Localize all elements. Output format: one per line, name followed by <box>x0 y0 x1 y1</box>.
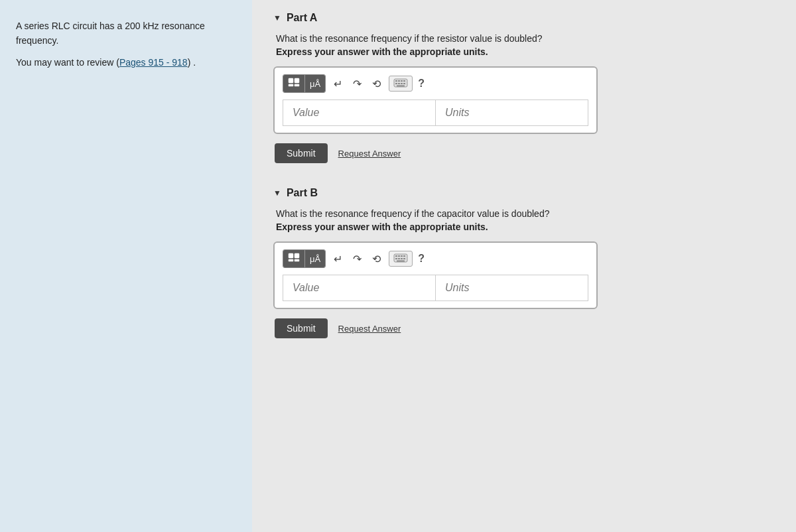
svg-rect-26 <box>403 258 405 259</box>
part-b-title: Part B <box>287 187 318 199</box>
review-link[interactable]: Pages 915 - 918 <box>119 57 188 68</box>
part-a-answer-box: μÅ ↵ ↷ ⟲ <box>273 66 598 134</box>
svg-rect-9 <box>395 83 397 84</box>
part-a-toolbar: μÅ ↵ ↷ ⟲ <box>283 74 588 93</box>
svg-rect-22 <box>403 255 405 257</box>
svg-rect-2 <box>289 84 293 86</box>
part-b-request-answer-link[interactable]: Request Answer <box>338 324 401 334</box>
part-a-question2: Express your answer with the appropriate… <box>276 46 775 57</box>
part-a-redo-btn[interactable]: ↷ <box>350 76 364 92</box>
right-panel: ▼ Part A What is the resonance frequency… <box>252 0 796 532</box>
keyboard-icon <box>393 78 408 88</box>
left-panel: A series RLC circuit has a 200 kHz reson… <box>0 0 252 532</box>
svg-rect-5 <box>395 80 397 82</box>
svg-rect-17 <box>295 259 299 261</box>
svg-rect-8 <box>403 80 405 82</box>
part-b-submit-row: Submit Request Answer <box>275 318 775 338</box>
svg-rect-20 <box>398 255 400 257</box>
svg-rect-15 <box>295 253 299 258</box>
part-a-title: Part A <box>287 12 318 24</box>
svg-rect-13 <box>397 86 405 87</box>
part-b-units-input[interactable] <box>436 275 588 301</box>
part-a-collapse-arrow[interactable]: ▼ <box>273 13 281 23</box>
part-a-keyboard-btn[interactable] <box>389 76 413 92</box>
svg-rect-14 <box>289 253 293 258</box>
svg-rect-11 <box>401 83 403 84</box>
part-a-undo-btn[interactable]: ↵ <box>331 76 345 92</box>
part-b-answer-box: μÅ ↵ ↷ ⟲ <box>273 241 598 309</box>
svg-rect-19 <box>395 255 397 257</box>
svg-rect-21 <box>401 255 403 257</box>
part-b-help-btn[interactable]: ? <box>418 253 425 265</box>
svg-rect-24 <box>398 258 400 259</box>
svg-rect-27 <box>397 261 405 262</box>
part-b-header: ▼ Part B <box>273 187 775 199</box>
part-a-submit-row: Submit Request Answer <box>275 143 775 163</box>
matrix-icon <box>288 78 300 90</box>
part-b-value-input[interactable] <box>283 275 436 301</box>
part-b-submit-btn[interactable]: Submit <box>275 318 328 338</box>
part-a-units-input[interactable] <box>436 100 588 126</box>
svg-rect-7 <box>401 80 403 82</box>
svg-rect-12 <box>403 83 405 84</box>
part-b-matrix-btn-group[interactable]: μÅ <box>283 249 326 268</box>
part-a-input-row <box>283 100 588 126</box>
part-b-collapse-arrow[interactable]: ▼ <box>273 188 281 198</box>
svg-rect-6 <box>398 80 400 82</box>
keyboard-icon-b <box>393 253 408 263</box>
part-a-units-mu-btn[interactable]: μÅ <box>305 75 325 92</box>
part-b-redo-btn[interactable]: ↷ <box>350 251 364 267</box>
part-b-question2: Express your answer with the appropriate… <box>276 222 775 232</box>
part-a-value-input[interactable] <box>283 100 436 126</box>
part-a-matrix-btn-group[interactable]: μÅ <box>283 74 326 93</box>
part-b-keyboard-btn[interactable] <box>389 251 413 267</box>
part-b-undo-btn[interactable]: ↵ <box>331 251 345 267</box>
part-b-section: ▼ Part B What is the resonance frequency… <box>273 187 775 338</box>
problem-line1: A series RLC circuit has a 200 kHz reson… <box>16 19 236 48</box>
part-b-question1: What is the resonance frequency if the c… <box>276 208 775 219</box>
svg-rect-10 <box>398 83 400 84</box>
part-b-matrix-btn[interactable] <box>283 250 305 267</box>
svg-rect-1 <box>295 78 299 83</box>
part-a-header: ▼ Part A <box>273 12 775 24</box>
problem-description: A series RLC circuit has a 200 kHz reson… <box>16 19 236 70</box>
part-a-matrix-btn[interactable] <box>283 75 305 92</box>
part-a-section: ▼ Part A What is the resonance frequency… <box>273 12 775 163</box>
part-a-request-answer-link[interactable]: Request Answer <box>338 149 401 159</box>
part-b-units-mu-btn[interactable]: μÅ <box>305 250 325 267</box>
svg-rect-3 <box>295 84 299 86</box>
problem-line2: You may want to review (Pages 915 - 918)… <box>16 55 236 70</box>
part-a-question1: What is the resonance frequency if the r… <box>276 33 775 44</box>
part-b-reset-btn[interactable]: ⟲ <box>369 251 383 267</box>
svg-rect-16 <box>289 259 293 261</box>
part-b-toolbar: μÅ ↵ ↷ ⟲ <box>283 249 588 268</box>
svg-rect-25 <box>401 258 403 259</box>
svg-rect-0 <box>289 78 293 83</box>
svg-rect-23 <box>395 258 397 259</box>
matrix-icon-b <box>288 253 300 265</box>
part-b-input-row <box>283 275 588 301</box>
part-a-reset-btn[interactable]: ⟲ <box>369 76 383 92</box>
part-a-submit-btn[interactable]: Submit <box>275 143 328 163</box>
part-a-help-btn[interactable]: ? <box>418 78 425 90</box>
